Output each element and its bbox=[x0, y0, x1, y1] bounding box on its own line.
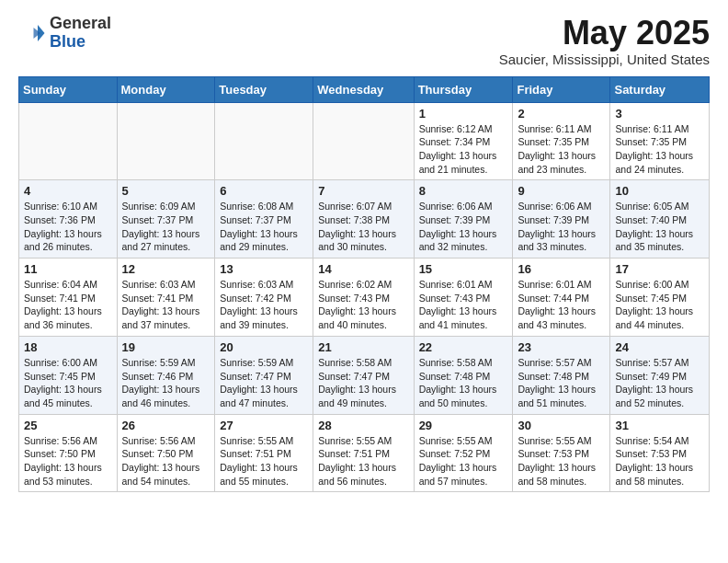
day-number: 3 bbox=[615, 107, 704, 121]
day-number: 14 bbox=[318, 262, 408, 276]
day-info: Sunrise: 6:05 AM Sunset: 7:40 PM Dayligh… bbox=[615, 200, 704, 254]
calendar-cell: 12Sunrise: 6:03 AM Sunset: 7:41 PM Dayli… bbox=[117, 259, 215, 337]
title-block: May 2025 Saucier, Mississippi, United St… bbox=[499, 15, 710, 67]
weekday-header: Wednesday bbox=[313, 76, 414, 102]
day-number: 1 bbox=[419, 107, 508, 121]
calendar-cell: 2Sunrise: 6:11 AM Sunset: 7:35 PM Daylig… bbox=[513, 102, 610, 180]
calendar-cell: 23Sunrise: 5:57 AM Sunset: 7:48 PM Dayli… bbox=[513, 336, 610, 414]
calendar-cell: 9Sunrise: 6:06 AM Sunset: 7:39 PM Daylig… bbox=[513, 180, 610, 259]
day-info: Sunrise: 5:55 AM Sunset: 7:51 PM Dayligh… bbox=[220, 434, 308, 488]
day-number: 23 bbox=[518, 340, 605, 354]
day-info: Sunrise: 5:59 AM Sunset: 7:46 PM Dayligh… bbox=[122, 356, 210, 410]
calendar-cell: 30Sunrise: 5:55 AM Sunset: 7:53 PM Dayli… bbox=[513, 414, 610, 492]
calendar-cell: 24Sunrise: 5:57 AM Sunset: 7:49 PM Dayli… bbox=[610, 336, 710, 414]
calendar-cell: 16Sunrise: 6:01 AM Sunset: 7:44 PM Dayli… bbox=[513, 259, 610, 337]
day-info: Sunrise: 5:55 AM Sunset: 7:52 PM Dayligh… bbox=[419, 434, 508, 488]
main-title: May 2025 bbox=[499, 15, 710, 52]
logo: General Blue bbox=[18, 15, 111, 52]
calendar-cell: 19Sunrise: 5:59 AM Sunset: 7:46 PM Dayli… bbox=[117, 336, 215, 414]
day-number: 31 bbox=[615, 419, 704, 432]
calendar-cell bbox=[215, 102, 313, 180]
calendar-cell: 20Sunrise: 5:59 AM Sunset: 7:47 PM Dayli… bbox=[215, 336, 313, 414]
calendar-cell: 31Sunrise: 5:54 AM Sunset: 7:53 PM Dayli… bbox=[610, 414, 710, 492]
day-number: 30 bbox=[518, 419, 605, 432]
calendar-week-row: 1Sunrise: 6:12 AM Sunset: 7:34 PM Daylig… bbox=[19, 102, 710, 180]
day-info: Sunrise: 5:58 AM Sunset: 7:47 PM Dayligh… bbox=[318, 356, 408, 410]
weekday-header: Friday bbox=[513, 76, 610, 102]
day-number: 25 bbox=[24, 419, 112, 432]
calendar-cell: 14Sunrise: 6:02 AM Sunset: 7:43 PM Dayli… bbox=[313, 259, 414, 337]
logo-text: General Blue bbox=[50, 15, 111, 52]
day-number: 17 bbox=[615, 262, 704, 276]
calendar-week-row: 18Sunrise: 6:00 AM Sunset: 7:45 PM Dayli… bbox=[19, 336, 710, 414]
day-number: 13 bbox=[220, 262, 308, 276]
calendar-cell: 25Sunrise: 5:56 AM Sunset: 7:50 PM Dayli… bbox=[19, 414, 118, 492]
calendar-cell: 29Sunrise: 5:55 AM Sunset: 7:52 PM Dayli… bbox=[414, 414, 513, 492]
day-number: 6 bbox=[220, 184, 308, 198]
calendar-cell: 8Sunrise: 6:06 AM Sunset: 7:39 PM Daylig… bbox=[414, 180, 513, 259]
day-info: Sunrise: 5:55 AM Sunset: 7:51 PM Dayligh… bbox=[318, 434, 408, 488]
logo-general-text: General bbox=[50, 14, 111, 32]
header: General Blue May 2025 Saucier, Mississip… bbox=[18, 15, 710, 67]
day-info: Sunrise: 5:58 AM Sunset: 7:48 PM Dayligh… bbox=[419, 356, 508, 410]
day-number: 22 bbox=[419, 340, 508, 354]
calendar-cell: 6Sunrise: 6:08 AM Sunset: 7:37 PM Daylig… bbox=[215, 180, 313, 259]
day-info: Sunrise: 6:06 AM Sunset: 7:39 PM Dayligh… bbox=[419, 200, 508, 254]
weekday-header: Monday bbox=[117, 76, 215, 102]
day-info: Sunrise: 5:57 AM Sunset: 7:49 PM Dayligh… bbox=[615, 356, 704, 410]
calendar-cell: 5Sunrise: 6:09 AM Sunset: 7:37 PM Daylig… bbox=[117, 180, 215, 259]
logo-icon bbox=[18, 19, 46, 47]
day-info: Sunrise: 6:03 AM Sunset: 7:41 PM Dayligh… bbox=[122, 278, 210, 332]
calendar-cell bbox=[117, 102, 215, 180]
day-info: Sunrise: 6:02 AM Sunset: 7:43 PM Dayligh… bbox=[318, 278, 408, 332]
day-info: Sunrise: 6:04 AM Sunset: 7:41 PM Dayligh… bbox=[24, 278, 112, 332]
calendar-cell bbox=[313, 102, 414, 180]
calendar-week-row: 11Sunrise: 6:04 AM Sunset: 7:41 PM Dayli… bbox=[19, 259, 710, 337]
day-info: Sunrise: 5:55 AM Sunset: 7:53 PM Dayligh… bbox=[518, 434, 605, 488]
day-number: 5 bbox=[122, 184, 210, 198]
logo-blue-text: Blue bbox=[50, 32, 85, 51]
calendar-table: SundayMondayTuesdayWednesdayThursdayFrid… bbox=[18, 76, 710, 493]
calendar-cell: 10Sunrise: 6:05 AM Sunset: 7:40 PM Dayli… bbox=[610, 180, 710, 259]
calendar-cell: 4Sunrise: 6:10 AM Sunset: 7:36 PM Daylig… bbox=[19, 180, 118, 259]
day-number: 29 bbox=[419, 419, 508, 432]
day-info: Sunrise: 6:09 AM Sunset: 7:37 PM Dayligh… bbox=[122, 200, 210, 254]
day-info: Sunrise: 6:03 AM Sunset: 7:42 PM Dayligh… bbox=[220, 278, 308, 332]
day-info: Sunrise: 6:06 AM Sunset: 7:39 PM Dayligh… bbox=[518, 200, 605, 254]
calendar-cell: 28Sunrise: 5:55 AM Sunset: 7:51 PM Dayli… bbox=[313, 414, 414, 492]
day-number: 19 bbox=[122, 340, 210, 354]
day-info: Sunrise: 6:12 AM Sunset: 7:34 PM Dayligh… bbox=[419, 122, 508, 177]
calendar-cell: 18Sunrise: 6:00 AM Sunset: 7:45 PM Dayli… bbox=[19, 336, 118, 414]
calendar-cell: 3Sunrise: 6:11 AM Sunset: 7:35 PM Daylig… bbox=[610, 102, 710, 180]
day-number: 28 bbox=[318, 419, 408, 432]
day-number: 11 bbox=[24, 262, 112, 276]
calendar-cell: 11Sunrise: 6:04 AM Sunset: 7:41 PM Dayli… bbox=[19, 259, 118, 337]
day-info: Sunrise: 5:56 AM Sunset: 7:50 PM Dayligh… bbox=[122, 434, 210, 488]
day-info: Sunrise: 5:54 AM Sunset: 7:53 PM Dayligh… bbox=[615, 434, 704, 488]
calendar-week-row: 25Sunrise: 5:56 AM Sunset: 7:50 PM Dayli… bbox=[19, 414, 710, 492]
day-number: 4 bbox=[24, 184, 112, 198]
calendar-header-row: SundayMondayTuesdayWednesdayThursdayFrid… bbox=[19, 76, 710, 102]
calendar-cell: 17Sunrise: 6:00 AM Sunset: 7:45 PM Dayli… bbox=[610, 259, 710, 337]
day-info: Sunrise: 6:11 AM Sunset: 7:35 PM Dayligh… bbox=[615, 122, 704, 177]
day-number: 2 bbox=[518, 107, 605, 121]
day-info: Sunrise: 6:01 AM Sunset: 7:44 PM Dayligh… bbox=[518, 278, 605, 332]
day-number: 24 bbox=[615, 340, 704, 354]
day-number: 20 bbox=[220, 340, 308, 354]
page: General Blue May 2025 Saucier, Mississip… bbox=[0, 0, 728, 507]
weekday-header: Thursday bbox=[414, 76, 513, 102]
subtitle: Saucier, Mississippi, United States bbox=[499, 52, 710, 67]
day-info: Sunrise: 5:59 AM Sunset: 7:47 PM Dayligh… bbox=[220, 356, 308, 410]
weekday-header: Saturday bbox=[610, 76, 710, 102]
day-number: 21 bbox=[318, 340, 408, 354]
day-number: 10 bbox=[615, 184, 704, 198]
weekday-header: Tuesday bbox=[215, 76, 313, 102]
day-info: Sunrise: 6:00 AM Sunset: 7:45 PM Dayligh… bbox=[615, 278, 704, 332]
day-info: Sunrise: 6:07 AM Sunset: 7:38 PM Dayligh… bbox=[318, 200, 408, 254]
calendar-week-row: 4Sunrise: 6:10 AM Sunset: 7:36 PM Daylig… bbox=[19, 180, 710, 259]
day-info: Sunrise: 6:08 AM Sunset: 7:37 PM Dayligh… bbox=[220, 200, 308, 254]
day-info: Sunrise: 5:56 AM Sunset: 7:50 PM Dayligh… bbox=[24, 434, 112, 488]
day-number: 16 bbox=[518, 262, 605, 276]
day-info: Sunrise: 6:10 AM Sunset: 7:36 PM Dayligh… bbox=[24, 200, 112, 254]
day-number: 26 bbox=[122, 419, 210, 432]
